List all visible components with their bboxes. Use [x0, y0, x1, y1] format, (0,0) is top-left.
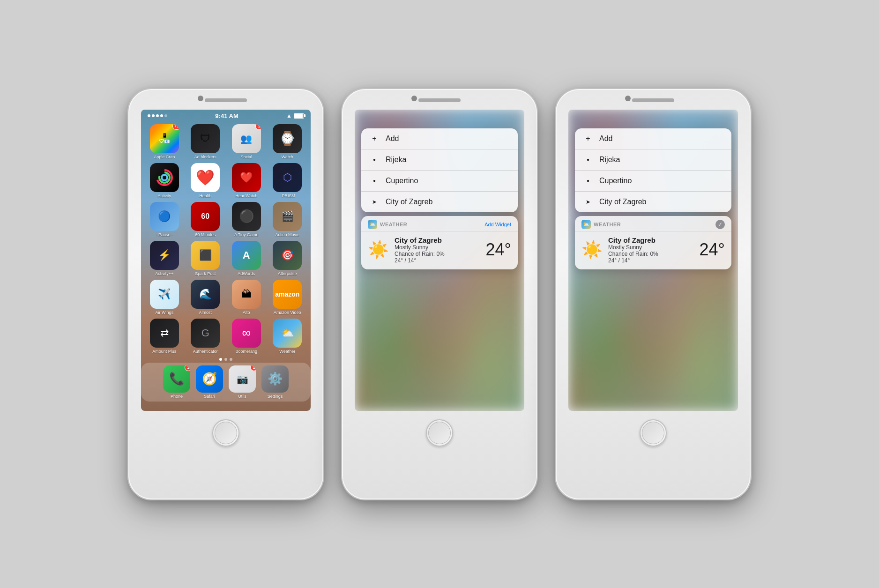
weather-check-icon[interactable]: ✓ [715, 220, 725, 229]
app-pause[interactable]: 🔵 · Pause · [146, 202, 183, 237]
home-button-3[interactable] [640, 419, 667, 447]
app-health[interactable]: ❤️ Health [187, 163, 224, 198]
menu-item-zagreb-1[interactable]: ➤ City of Zagreb [361, 192, 518, 212]
dock-app-safari[interactable]: 🧭 Safari [196, 365, 223, 399]
menu-item-add-1[interactable]: + Add [361, 128, 518, 149]
app-amazon[interactable]: amazon Amazon Video [269, 280, 306, 315]
app-label-adwords: AdWords [238, 271, 255, 276]
homescreen: 9:41 AM ▲ 📱🛡📧 71 Apple Crap [141, 110, 311, 411]
add-widget-button-1[interactable]: Add Widget [484, 222, 511, 227]
app-grid: 📱🛡📧 71 Apple Crap 🛡 Ad blockers 👥 1 [141, 122, 311, 356]
weather-rain-1: Chance of Rain: 0% [395, 251, 480, 257]
location-icon-1: ➤ [370, 199, 379, 205]
weather-sun-icon-1: ☀️ [368, 240, 389, 260]
app-adwords[interactable]: A AdWords [228, 241, 265, 276]
badge-apple-crap: 71 [172, 124, 179, 130]
dock-app-settings[interactable]: ⚙️ Settings [261, 365, 289, 399]
menu-item-zagreb-2[interactable]: ➤ City of Zagreb [575, 192, 731, 212]
app-label-health: Health [199, 194, 211, 198]
app-afterpulse[interactable]: 🎯 Afterpulse [269, 241, 306, 276]
app-airwings[interactable]: ✈️ Air Wings [146, 280, 183, 315]
menu-item-rijeka-1[interactable]: ● Rijeka [361, 149, 518, 171]
weather-body-2: ☀️ City of Zagreb Mostly Sunny Chance of… [575, 231, 731, 269]
weather-header-left-2: ⛅ WEATHER [581, 220, 621, 229]
widget-screen-1: + Add ● Rijeka ● Cupertino ➤ City of Zag… [355, 110, 524, 411]
menu-label-zagreb-2: City of Zagreb [599, 198, 646, 206]
front-camera-2 [411, 96, 417, 101]
menu-item-add-2[interactable]: + Add [575, 128, 731, 149]
menu-item-cupertino-1[interactable]: ● Cupertino [361, 171, 518, 192]
app-watch[interactable]: ⌚ Watch [269, 124, 306, 159]
screen-3: + Add ● Rijeka ● Cupertino ➤ City of Zag… [568, 110, 738, 411]
bullet-icon-rijeka-1: ● [370, 157, 379, 162]
app-ad-blockers[interactable]: 🛡 Ad blockers [187, 124, 224, 159]
speaker-3 [632, 98, 674, 102]
weather-header-left-1: ⛅ WEATHER [368, 220, 407, 229]
weather-body-1: ☀️ City of Zagreb Mostly Sunny Chance of… [361, 231, 518, 269]
phone-1: 9:41 AM ▲ 📱🛡📧 71 Apple Crap [127, 88, 324, 500]
app-authenticator[interactable]: G Authenticator [187, 319, 224, 354]
menu-item-cupertino-2[interactable]: ● Cupertino [575, 171, 731, 192]
badge-social: 1 [255, 124, 261, 130]
bullet-icon-rijeka-2: ● [583, 157, 593, 162]
app-activitypp[interactable]: ⚡ Activity++ [146, 241, 183, 276]
screen-2: + Add ● Rijeka ● Cupertino ➤ City of Zag… [355, 110, 524, 411]
badge-phone: 1 [185, 365, 190, 371]
battery-fill [294, 114, 303, 118]
app-social[interactable]: 👥 1 Social [228, 124, 265, 159]
weather-highlow-1: 24° / 14° [395, 257, 480, 264]
weather-sun-icon-2: ☀️ [581, 240, 603, 260]
front-camera-3 [625, 96, 631, 101]
app-tinygame[interactable]: ⚫ A Tiny Game [228, 202, 265, 237]
home-button-2[interactable] [426, 419, 453, 447]
app-amountplus[interactable]: ⇄ Amount Plus [146, 319, 183, 354]
app-label-airwings: Air Wings [155, 310, 173, 315]
app-sparkpost[interactable]: ⬛ Spark Post [187, 241, 224, 276]
menu-label-cupertino-1: Cupertino [386, 177, 418, 185]
bullet-icon-cupertino-2: ● [583, 178, 593, 183]
app-apple-crap[interactable]: 📱🛡📧 71 Apple Crap [146, 124, 183, 159]
dock-label-settings: Settings [268, 394, 283, 399]
app-label-amountplus: Amount Plus [152, 349, 176, 354]
weather-description-2: Mostly Sunny [608, 244, 694, 251]
app-label-heartwatch: HeartWatch [235, 194, 257, 198]
app-weather[interactable]: ⛅ Weather [269, 319, 306, 354]
app-almost[interactable]: 🌊 Almost [187, 280, 224, 315]
app-60min[interactable]: 60 60 Minutes [187, 202, 224, 237]
app-boomerang[interactable]: ∞ Boomerang [228, 319, 265, 354]
app-label-watch: Watch [282, 155, 293, 159]
status-right: ▲ [286, 112, 304, 119]
weather-label-2: WEATHER [594, 222, 621, 227]
weather-label-1: WEATHER [380, 222, 407, 227]
app-alto[interactable]: 🏔 Alto [228, 280, 265, 315]
svg-point-2 [162, 175, 167, 180]
location-icon-2: ➤ [583, 199, 593, 205]
app-label-activitypp: Activity++ [155, 271, 173, 276]
app-label-apple-crap: Apple Crap [154, 155, 175, 159]
speaker-2 [418, 98, 461, 102]
weather-rain-2: Chance of Rain: 0% [608, 251, 694, 257]
screen-1: 9:41 AM ▲ 📱🛡📧 71 Apple Crap [141, 110, 311, 411]
home-button-1[interactable] [212, 419, 239, 447]
app-heartwatch[interactable]: ❤️ HeartWatch [228, 163, 265, 198]
speaker [205, 98, 247, 102]
weather-info-1: City of Zagreb Mostly Sunny Chance of Ra… [395, 236, 480, 264]
app-label-sparkpost: Spark Post [195, 271, 216, 276]
app-label-afterpulse: Afterpulse [278, 271, 297, 276]
phone-3: + Add ● Rijeka ● Cupertino ➤ City of Zag… [555, 88, 752, 500]
badge-utils: 1 [250, 365, 256, 371]
weather-widget-2: ⛅ WEATHER ✓ ☀️ City of Zagreb Mostly Sun… [575, 216, 731, 269]
dock-app-utils[interactable]: 📷 1 Utils [229, 365, 256, 399]
app-actionmovie[interactable]: 🎬 Action Movie [269, 202, 306, 237]
menu-item-rijeka-2[interactable]: ● Rijeka [575, 149, 731, 171]
widget-content-1: + Add ● Rijeka ● Cupertino ➤ City of Zag… [355, 110, 524, 411]
activity-rings-svg [155, 168, 174, 187]
app-label-activity: Activity [157, 194, 171, 198]
dock-app-phone[interactable]: 📞 1 Phone [163, 365, 190, 399]
dock-label-safari: Safari [204, 394, 215, 399]
weather-city-1: City of Zagreb [395, 236, 480, 244]
app-activity[interactable]: Activity [146, 163, 183, 198]
app-prism[interactable]: ⬡ _PRISM [269, 163, 306, 198]
app-label-actionmovie: Action Movie [275, 232, 299, 237]
weather-city-2: City of Zagreb [608, 236, 694, 244]
